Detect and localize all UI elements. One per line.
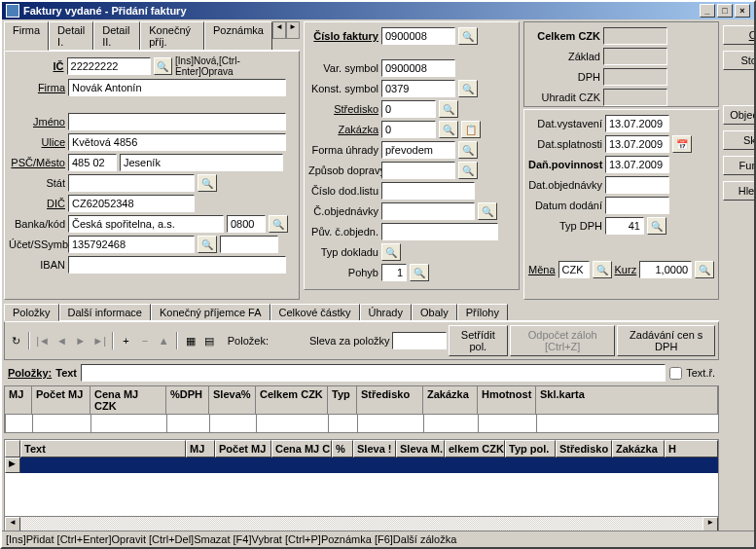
typdph-lookup-icon[interactable]: 🔍 xyxy=(647,217,666,235)
tab-prilohy[interactable]: Přílohy xyxy=(457,304,508,320)
cislo-input[interactable] xyxy=(381,27,455,45)
odpocet-button[interactable]: Odpočet záloh [Ctrl+Z] xyxy=(510,325,615,356)
hledani-button[interactable]: Hledání xyxy=(723,181,754,201)
tab-detail2[interactable]: Detail II. xyxy=(93,21,140,50)
ssymb-input[interactable] xyxy=(220,236,278,253)
ucet-lookup-icon[interactable]: 🔍 xyxy=(198,236,217,253)
doprava-lookup-icon[interactable]: 🔍 xyxy=(458,162,478,179)
banka-kod-input[interactable] xyxy=(227,215,266,233)
table-row[interactable] xyxy=(20,458,718,473)
objednavky-button[interactable]: Objednávky xyxy=(723,105,754,125)
pocet-cell[interactable] xyxy=(32,415,90,432)
typ-cell[interactable] xyxy=(328,415,357,432)
doprava-input[interactable] xyxy=(381,162,455,179)
stat-input[interactable] xyxy=(68,174,195,192)
celkem-cell[interactable] xyxy=(256,415,328,432)
maximize-button[interactable]: □ xyxy=(717,4,733,18)
forma-input[interactable] xyxy=(381,141,455,159)
danpov-input[interactable] xyxy=(605,156,669,173)
typdok-lookup-icon[interactable]: 🔍 xyxy=(381,243,401,261)
tab-detail1[interactable]: Detail I. xyxy=(49,21,93,50)
first-icon[interactable]: |◄ xyxy=(34,331,51,350)
firma-input[interactable] xyxy=(68,79,286,96)
prev-icon[interactable]: ◄ xyxy=(54,331,70,350)
tab-konecny[interactable]: Konečný příj. xyxy=(140,21,204,50)
ic-input[interactable] xyxy=(67,57,151,75)
minimize-button[interactable]: _ xyxy=(700,4,715,18)
dph-cell[interactable] xyxy=(166,415,209,432)
hmot-cell[interactable] xyxy=(478,415,536,432)
tab-uhrady[interactable]: Úhrady xyxy=(360,304,412,320)
zak-cell[interactable] xyxy=(423,415,478,432)
tab-poznamka[interactable]: Poznámka xyxy=(204,21,272,50)
mj-cell[interactable] xyxy=(5,415,32,432)
skl-cell[interactable] xyxy=(536,415,718,432)
konst-lookup-icon[interactable]: 🔍 xyxy=(458,80,478,97)
text-input[interactable] xyxy=(81,364,666,382)
cislo-lookup-icon[interactable]: 🔍 xyxy=(458,27,478,45)
zakazka-lookup-icon[interactable]: 🔍 xyxy=(439,121,458,138)
funkce-button[interactable]: Funkce xyxy=(723,156,754,175)
grid-scroll-h[interactable]: ◄ ► xyxy=(5,516,718,531)
edit-icon[interactable]: ▲ xyxy=(156,331,172,350)
banka-input[interactable] xyxy=(68,215,224,233)
dodlist-input[interactable] xyxy=(381,182,475,200)
zakazka-input[interactable] xyxy=(381,121,436,138)
mesto-input[interactable] xyxy=(120,154,283,171)
row-indicator-icon[interactable]: ▶ xyxy=(5,458,20,473)
remove-icon[interactable]: − xyxy=(136,331,153,350)
mode-a-icon[interactable]: ▦ xyxy=(182,331,198,350)
ucet-input[interactable] xyxy=(68,236,195,253)
tab-konecnyfa[interactable]: Konečný příjemce FA xyxy=(151,304,270,320)
mena-input[interactable] xyxy=(558,261,590,278)
stred-input[interactable] xyxy=(381,100,436,118)
konst-input[interactable] xyxy=(381,80,455,97)
objed-input[interactable] xyxy=(605,176,669,194)
setridit-button[interactable]: Setřídit pol. xyxy=(449,325,509,356)
kurz-input[interactable] xyxy=(639,261,692,278)
cena-cell[interactable] xyxy=(90,415,166,432)
forma-lookup-icon[interactable]: 🔍 xyxy=(458,141,478,159)
iban-input[interactable] xyxy=(68,256,286,274)
stred-lookup-icon[interactable]: 🔍 xyxy=(439,100,458,118)
scroll-left-icon[interactable]: ◄ xyxy=(5,517,20,531)
close-button[interactable]: × xyxy=(735,4,750,18)
cobjed-lookup-icon[interactable]: 🔍 xyxy=(478,202,497,220)
typdph-input[interactable] xyxy=(605,217,644,235)
scroll-right-icon[interactable]: ► xyxy=(702,517,718,531)
ic-lookup-icon[interactable]: 🔍 xyxy=(154,57,173,75)
zadavani-button[interactable]: Zadávání cen s DPH xyxy=(617,325,715,356)
stred-cell[interactable] xyxy=(357,415,423,432)
splat-cal-icon[interactable]: 📅 xyxy=(672,135,692,153)
tab-prev-icon[interactable]: ◄ xyxy=(272,21,286,39)
sleva-input[interactable] xyxy=(392,332,447,349)
tab-dalsi[interactable]: Další informace xyxy=(59,304,151,320)
jmeno-input[interactable] xyxy=(68,113,286,130)
tab-firma[interactable]: Firma xyxy=(4,21,49,51)
sleva-cell[interactable] xyxy=(209,415,256,432)
tab-next-icon[interactable]: ► xyxy=(286,21,300,39)
ulice-input[interactable] xyxy=(68,133,286,151)
dic-input[interactable] xyxy=(68,195,195,212)
mode-b-icon[interactable]: ▤ xyxy=(200,331,217,350)
tab-celkove[interactable]: Celkové částky xyxy=(270,304,360,320)
textr-checkbox[interactable] xyxy=(669,367,682,380)
pohyb-input[interactable] xyxy=(381,264,407,281)
mena-lookup-icon[interactable]: 🔍 xyxy=(593,261,612,278)
cobjed-input[interactable] xyxy=(381,202,475,220)
psc-input[interactable] xyxy=(68,154,117,171)
stat-lookup-icon[interactable]: 🔍 xyxy=(198,174,217,192)
pohyb-lookup-icon[interactable]: 🔍 xyxy=(410,264,429,281)
vyst-input[interactable] xyxy=(605,115,669,132)
refresh-icon[interactable]: ↻ xyxy=(8,331,24,350)
zakazka-pick-icon[interactable]: 📋 xyxy=(461,121,481,138)
var-input[interactable] xyxy=(381,59,455,77)
tab-obaly[interactable]: Obaly xyxy=(412,304,457,320)
dodani-input[interactable] xyxy=(605,197,669,214)
splat-input[interactable] xyxy=(605,135,669,153)
add-icon[interactable]: + xyxy=(118,331,134,350)
tab-polozky[interactable]: Položky xyxy=(4,304,59,321)
next-icon[interactable]: ► xyxy=(72,331,89,350)
sklad-button[interactable]: Sklad xyxy=(723,130,754,150)
storno-button[interactable]: Storno xyxy=(723,51,754,70)
